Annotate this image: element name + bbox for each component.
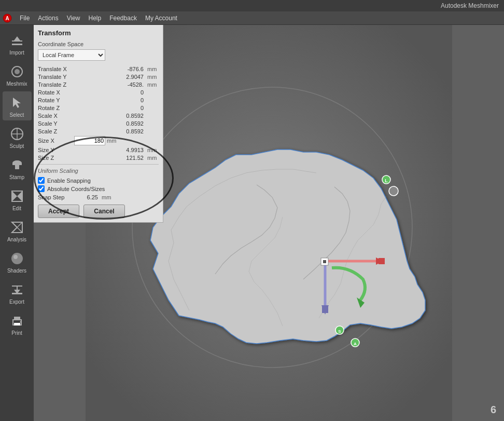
svg-rect-12 [12, 163, 22, 165]
size-x-label: Size X [38, 138, 74, 144]
translate-y-value: 2.9047 [74, 74, 146, 80]
scale-y-value: 0.8592 [74, 120, 146, 127]
rotate-z-label: Rotate Z [38, 105, 74, 111]
svg-text:A: A [5, 16, 9, 21]
svg-rect-40 [323, 260, 326, 263]
rotate-x-label: Rotate X [38, 89, 74, 96]
svg-point-21 [13, 255, 18, 259]
stamp-label: Stamp [9, 174, 24, 180]
snap-step-unit: mm [100, 194, 113, 200]
rotate-x-value: 0 [74, 89, 146, 96]
snap-step-value: 6.25 [74, 194, 100, 200]
svg-marker-16 [17, 191, 22, 201]
menu-bar: A File Actions View Help Feedback My Acc… [0, 11, 504, 25]
scale-x-label: Scale X [38, 113, 74, 119]
translate-z-label: Translate Z [38, 82, 74, 88]
menu-myaccount[interactable]: My Account [141, 13, 181, 23]
absolute-coords-checkbox[interactable] [38, 185, 45, 192]
rotate-y-row: Rotate Y 0 [38, 97, 159, 103]
analysis-icon [9, 219, 25, 236]
size-z-value: 121.52 [74, 155, 146, 161]
sidebar-tool-stamp[interactable]: Stamp [3, 154, 32, 183]
size-z-unit: mm [146, 155, 159, 161]
svg-point-6 [15, 69, 20, 74]
sidebar-tool-sculpt[interactable]: Sculpt [3, 123, 32, 152]
menu-help[interactable]: Help [85, 13, 106, 23]
svg-rect-34 [379, 258, 385, 264]
scale-x-value: 0.8592 [74, 113, 146, 119]
svg-text:L: L [385, 178, 388, 183]
translate-z-row: Translate Z -4528. mm [38, 82, 159, 88]
left-sidebar: Import Meshmix Select Sculpt [0, 25, 34, 421]
select-label: Select [10, 112, 24, 118]
coordinate-space-dropdown[interactable]: Local Frame World Frame [38, 49, 105, 61]
snap-step-row: Snap Step 6.25 mm [38, 194, 159, 200]
rotate-y-label: Rotate Y [38, 97, 74, 103]
size-y-unit: mm [146, 147, 159, 153]
scale-z-label: Scale Z [38, 128, 74, 134]
menu-view[interactable]: View [63, 13, 85, 23]
divider [38, 164, 159, 165]
sidebar-tool-shaders[interactable]: Shaders [3, 247, 32, 276]
action-buttons: Accept Cancel [38, 205, 159, 218]
stamp-icon [9, 157, 25, 173]
svg-rect-28 [14, 323, 20, 325]
svg-rect-37 [322, 307, 328, 313]
translate-x-unit: mm [146, 66, 159, 72]
import-icon [9, 32, 25, 49]
enable-snapping-label: Enable Snapping [47, 178, 91, 184]
sidebar-tool-analysis[interactable]: Analysis [3, 216, 32, 245]
sidebar-tool-edit[interactable]: Edit [3, 185, 32, 214]
print-icon [9, 313, 25, 329]
app-title: Autodesk Meshmixer [441, 2, 499, 9]
sculpt-label: Sculpt [10, 143, 24, 149]
enable-snapping-row: Enable Snapping [38, 177, 159, 184]
size-y-row: Size Y 4.9913 mm [38, 147, 159, 153]
size-y-label: Size Y [38, 147, 74, 153]
sidebar-tool-print[interactable]: Print [3, 309, 32, 338]
size-z-row: Size Z 121.52 mm [38, 155, 159, 161]
svg-rect-2 [12, 40, 22, 42]
translate-x-label: Translate X [38, 66, 74, 72]
sidebar-tool-export[interactable]: Export [3, 278, 32, 307]
size-x-unit: mm [105, 138, 118, 144]
translate-x-value: -876.6 [74, 66, 146, 72]
menu-actions[interactable]: Actions [34, 13, 62, 23]
enable-snapping-checkbox[interactable] [38, 177, 45, 184]
svg-text:S: S [338, 329, 341, 334]
snap-step-label: Snap Step [38, 194, 74, 200]
scale-x-row: Scale X 0.8592 [38, 113, 159, 119]
accept-button[interactable]: Accept [38, 205, 79, 218]
sidebar-tool-meshmix[interactable]: Meshmix [3, 60, 32, 89]
meshmix-label: Meshmix [6, 81, 27, 87]
size-x-input[interactable] [74, 136, 105, 145]
svg-text:A: A [354, 342, 357, 346]
title-bar: Autodesk Meshmixer [0, 0, 504, 11]
rotate-y-value: 0 [74, 97, 146, 103]
menu-feedback[interactable]: Feedback [105, 13, 141, 23]
svg-point-29 [20, 321, 21, 322]
import-label: Import [9, 50, 24, 56]
svg-marker-3 [14, 36, 20, 40]
svg-rect-24 [12, 286, 22, 287]
meshmix-icon [9, 63, 25, 80]
cancel-button[interactable]: Cancel [83, 205, 125, 218]
rotate-z-row: Rotate Z 0 [38, 105, 159, 111]
transform-panel: Transform Coordinate Space Local Frame W… [34, 25, 163, 223]
absolute-coords-row: Absolute Coords/Sizes [38, 185, 159, 192]
app-logo: A [2, 13, 12, 23]
translate-y-row: Translate Y 2.9047 mm [38, 74, 159, 80]
sidebar-tool-import[interactable]: Import [3, 29, 32, 58]
svg-point-20 [11, 253, 23, 264]
transform-title: Transform [38, 29, 159, 37]
sculpt-icon [9, 126, 25, 142]
sidebar-tool-select[interactable]: Select [3, 91, 32, 120]
absolute-coords-label: Absolute Coords/Sizes [47, 186, 105, 192]
scale-y-row: Scale Y 0.8592 [38, 120, 159, 127]
export-label: Export [9, 299, 24, 305]
svg-rect-13 [15, 165, 19, 169]
print-label: Print [11, 330, 22, 336]
shaders-label: Shaders [7, 268, 26, 274]
translate-z-unit: mm [146, 82, 159, 88]
menu-file[interactable]: File [16, 13, 34, 23]
